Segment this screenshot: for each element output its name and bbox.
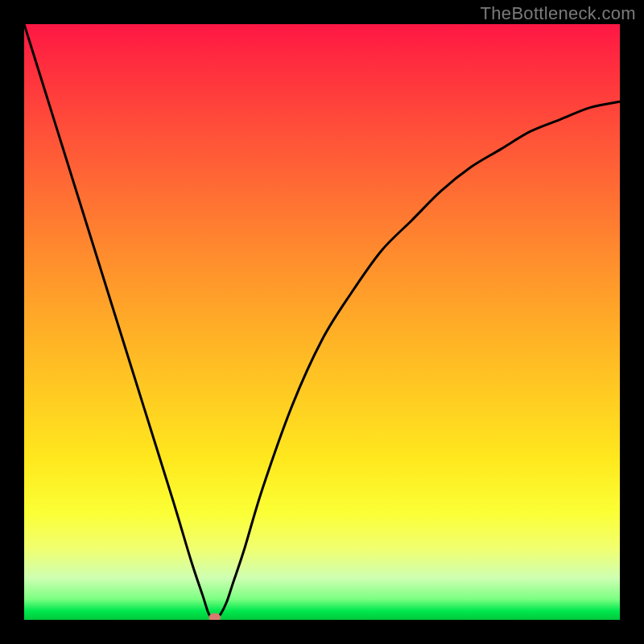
watermark-text: TheBottleneck.com <box>481 3 636 24</box>
curve-svg <box>24 24 620 620</box>
min-marker-icon <box>209 613 221 620</box>
bottleneck-curve-line <box>24 24 620 620</box>
plot-area <box>24 24 620 620</box>
chart-frame: TheBottleneck.com <box>0 0 644 644</box>
